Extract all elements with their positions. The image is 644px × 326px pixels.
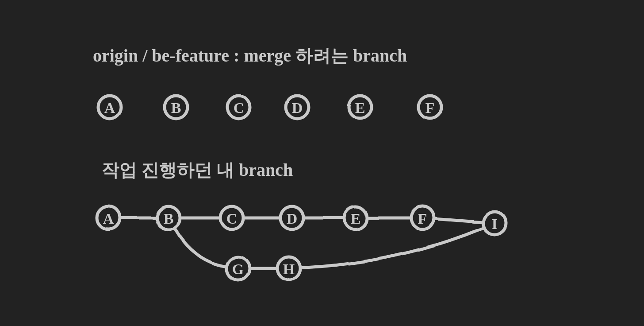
- branch2-edge-h-i: [302, 228, 482, 268]
- branch1-node-a-label: A: [104, 100, 115, 116]
- git-branch-diagram: origin / be-feature : merge 하려는 branch A…: [0, 0, 644, 326]
- branch2-node-b-label: B: [164, 210, 174, 227]
- branch2-node-e-label: E: [351, 210, 361, 227]
- branch2-edge-f-i: [436, 219, 481, 222]
- branch1-node-d-label: D: [292, 100, 303, 116]
- branch2-node-i-label: I: [491, 216, 497, 232]
- branch2-node-h-label: H: [283, 261, 295, 277]
- branch1-node-e-label: E: [355, 100, 365, 116]
- branch2-node-c-label: C: [226, 210, 238, 227]
- branch1-node-c-label: C: [234, 100, 245, 116]
- branch2-node-d-label: D: [287, 210, 298, 227]
- branch2-node-f-label: F: [418, 210, 427, 227]
- branch1-node-f-label: F: [426, 100, 435, 116]
- branch2-caption: 작업 진행하던 내 branch: [102, 160, 293, 180]
- branch2-edge-b-g: [175, 229, 225, 266]
- branch1-node-b-label: B: [171, 100, 181, 116]
- branch2-node-a-label: A: [103, 210, 114, 227]
- branch2-node-g-label: G: [232, 261, 244, 277]
- branch1-caption: origin / be-feature : merge 하려는 branch: [93, 46, 407, 66]
